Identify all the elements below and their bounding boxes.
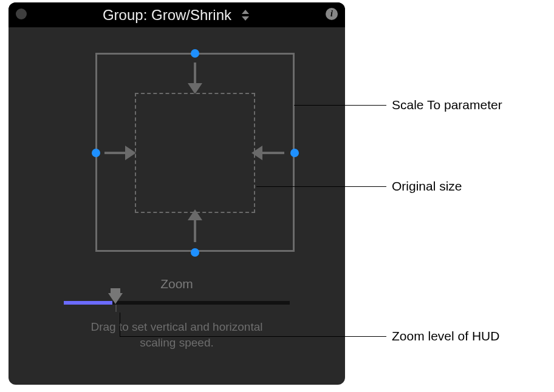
help-line-1: Drag to set vertical and horizontal <box>91 320 262 333</box>
callout-line-scale-to <box>294 105 386 106</box>
scale-handle-bottom[interactable] <box>191 248 199 257</box>
scale-handle-top[interactable] <box>191 49 199 58</box>
arrow-right-head-icon <box>125 146 136 160</box>
callout-zoom: Zoom level of HUD <box>392 329 499 343</box>
zoom-slider[interactable] <box>64 301 290 305</box>
scale-visualization[interactable] <box>9 27 345 270</box>
scale-handle-left[interactable] <box>92 149 100 157</box>
info-icon[interactable]: i <box>326 8 338 20</box>
arrow-up-icon <box>194 218 196 242</box>
callout-scale-to: Scale To parameter <box>392 98 502 112</box>
zoom-slider-fill <box>64 301 112 305</box>
slider-tick <box>115 305 117 312</box>
zoom-help-text: Drag to set vertical and horizontal scal… <box>9 319 345 350</box>
callout-original: Original size <box>392 179 462 194</box>
arrow-left-head-icon <box>251 146 262 160</box>
zoom-slider-thumb[interactable] <box>108 293 123 304</box>
callout-line-zoom-v <box>120 313 120 337</box>
hud-title: Group: Grow/Shrink <box>103 7 231 24</box>
arrow-down-head-icon <box>188 83 202 94</box>
updown-icon <box>240 7 251 23</box>
arrow-left-icon <box>260 152 284 154</box>
hud-header: Group: Grow/Shrink i <box>9 2 345 27</box>
help-line-2: scaling speed. <box>140 336 213 349</box>
scale-handle-right[interactable] <box>290 149 299 157</box>
zoom-label: Zoom <box>9 277 345 291</box>
zoom-section: Zoom Drag to set vertical and horizontal… <box>9 277 345 350</box>
callout-line-original <box>256 186 386 187</box>
arrow-up-head-icon <box>188 209 202 220</box>
original-size-box <box>135 93 255 213</box>
callout-line-zoom-h <box>120 336 386 337</box>
hud-title-dropdown[interactable]: Group: Grow/Shrink <box>9 2 345 27</box>
hud-panel: Group: Grow/Shrink i <box>9 2 345 385</box>
